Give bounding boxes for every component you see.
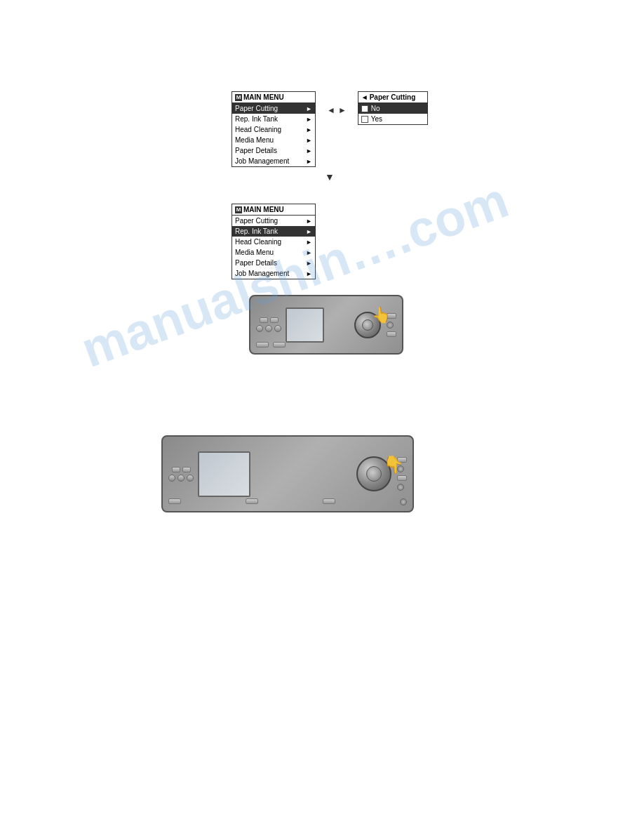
menu-item-media-menu[interactable]: Media Menu ► (232, 135, 315, 145)
menu2-item-arrow-4: ► (306, 260, 312, 267)
main-menu-1: M MAIN MENU Paper Cutting ► Rep. Ink Tan… (232, 91, 316, 167)
menu-title-text-2: MAIN MENU (243, 206, 284, 213)
panel-btn-round-3[interactable] (274, 325, 281, 332)
menu-item-arrow-4: ► (306, 147, 312, 154)
panel2-btn-1[interactable] (172, 467, 180, 472)
menu2-item-rep-ink-tank[interactable]: Rep. Ink Tank ► (232, 226, 315, 237)
menu-item-arrow-1: ► (306, 116, 312, 123)
main-menu-2: M MAIN MENU Paper Cutting ► Rep. Ink Tan… (232, 204, 316, 279)
dial-area-1: 👆 (354, 312, 381, 338)
menu2-item-label-2: Head Cleaning (235, 238, 281, 246)
menu-row-top: M MAIN MENU Paper Cutting ► Rep. Ink Tan… (232, 91, 428, 167)
submenu-label-no: No (371, 105, 380, 112)
menu-icon-1: M (235, 94, 242, 101)
menu-item-rep-ink-tank[interactable]: Rep. Ink Tank ► (232, 114, 315, 124)
submenu-title-text: Paper Cutting (370, 93, 416, 101)
panel2-btn-round-2[interactable] (177, 475, 185, 482)
submenu-item-yes[interactable]: Yes (358, 114, 427, 124)
nav-right-arrow: ► (338, 105, 347, 115)
panel-bottom2-round[interactable] (400, 498, 407, 505)
panel-bottom2-btn-2[interactable] (246, 498, 258, 504)
panel-screen-1 (286, 307, 324, 343)
panel-btn-group-mid (256, 325, 281, 332)
menu2-item-arrow-5: ► (306, 270, 312, 277)
control-panel-area-2: 👇 (161, 435, 414, 512)
down-arrow: ▼ (325, 171, 335, 183)
panel-btn-group-top (260, 317, 279, 323)
menu-item-label-2: Head Cleaning (235, 126, 281, 133)
panel-btn-2[interactable] (270, 317, 279, 323)
menu2-item-arrow-2: ► (306, 239, 312, 246)
panel-btn-1[interactable] (260, 317, 268, 323)
menu-item-job-management[interactable]: Job Management ► (232, 156, 315, 166)
menu2-item-label-1: Rep. Ink Tank (235, 227, 278, 235)
panel-left-buttons-1 (256, 317, 281, 332)
panel-bottom-btn-1[interactable] (256, 342, 269, 348)
dial-area-2: 👇 (356, 456, 391, 491)
panel-left-buttons-2 (168, 467, 194, 482)
menu-item-label-0: Paper Cutting (235, 105, 278, 112)
panel-bottom-btn-2[interactable] (273, 342, 286, 348)
control-panel-1: 👆 (249, 295, 403, 355)
control-panel-2: 👇 (161, 435, 414, 512)
menu2-item-media-menu[interactable]: Media Menu ► (232, 247, 315, 258)
menu-item-label-3: Media Menu (235, 136, 274, 144)
menu-item-paper-details[interactable]: Paper Details ► (232, 145, 315, 156)
menu-item-label-4: Paper Details (235, 147, 277, 154)
menu2-item-arrow-3: ► (306, 249, 312, 256)
panel2-btn-round-1[interactable] (168, 475, 175, 482)
panel-bottom2-btn-1[interactable] (168, 498, 181, 504)
menu-title-1: M MAIN MENU (232, 92, 315, 103)
panel-tiny-round-3[interactable] (397, 484, 404, 491)
menu2-item-arrow-1: ► (306, 228, 312, 235)
panel-btn-round-2[interactable] (265, 325, 272, 332)
menu2-item-label-4: Paper Details (235, 259, 277, 267)
hand-cursor-1: 👆 (372, 306, 391, 324)
menu2-item-arrow-0: ► (306, 218, 312, 225)
nav-arrows: ◄ ► (327, 105, 347, 115)
panel-right-1: 👆 (328, 312, 396, 338)
panel-small-btn-4[interactable] (397, 475, 407, 481)
menu2-item-head-cleaning[interactable]: Head Cleaning ► (232, 237, 315, 247)
menu-area-top: M MAIN MENU Paper Cutting ► Rep. Ink Tan… (232, 91, 428, 187)
menu-area-bottom: M MAIN MENU Paper Cutting ► Rep. Ink Tan… (232, 204, 316, 279)
control-panel-area-1: 👆 (249, 295, 403, 355)
hand-cursor-2: 👇 (383, 455, 404, 475)
panel2-btn-group-top (172, 467, 191, 472)
menu-item-label-5: Job Management (235, 157, 289, 165)
menu-item-paper-cutting[interactable]: Paper Cutting ► (232, 103, 315, 114)
panel-bottom2-btn-3[interactable] (323, 498, 335, 504)
panel-bottom-row-2 (168, 498, 407, 505)
panel-bottom-row-1 (256, 342, 286, 348)
menu-icon-2: M (235, 206, 242, 213)
menu2-item-paper-cutting[interactable]: Paper Cutting ► (232, 216, 315, 226)
menu-title-2: M MAIN MENU (232, 204, 315, 216)
panel2-btn-group-mid (168, 475, 194, 482)
submenu-label-yes: Yes (371, 115, 382, 123)
menu-item-label-1: Rep. Ink Tank (235, 115, 278, 123)
submenu-title: ◄ Paper Cutting (358, 92, 427, 103)
menu-item-arrow-5: ► (306, 158, 312, 165)
paper-cutting-submenu: ◄ Paper Cutting No Yes (358, 91, 428, 125)
checkbox-yes (361, 116, 368, 123)
panel-btn-round-1[interactable] (256, 325, 263, 332)
submenu-item-no[interactable]: No (358, 103, 427, 114)
menu2-item-job-management[interactable]: Job Management ► (232, 268, 315, 279)
menu2-item-label-5: Job Management (235, 270, 289, 277)
menu-item-arrow-2: ► (306, 126, 312, 133)
nav-left-arrow: ◄ (327, 105, 335, 115)
checkbox-no (361, 105, 368, 112)
menu-item-arrow-0: ► (306, 105, 312, 112)
panel-screen-2 (198, 451, 250, 497)
down-arrow-container: ▼ (325, 171, 335, 183)
menu-item-arrow-3: ► (306, 137, 312, 144)
submenu-back-icon: ◄ (361, 93, 368, 101)
panel-small-btn-2[interactable] (387, 331, 396, 337)
menu2-item-paper-details[interactable]: Paper Details ► (232, 258, 315, 268)
panel2-btn-round-3[interactable] (187, 475, 194, 482)
menu-item-head-cleaning[interactable]: Head Cleaning ► (232, 124, 315, 135)
menu2-item-label-3: Media Menu (235, 249, 274, 256)
menu-title-text-1: MAIN MENU (243, 93, 284, 101)
dial-inner-2 (366, 466, 382, 482)
panel2-btn-2[interactable] (182, 467, 191, 472)
